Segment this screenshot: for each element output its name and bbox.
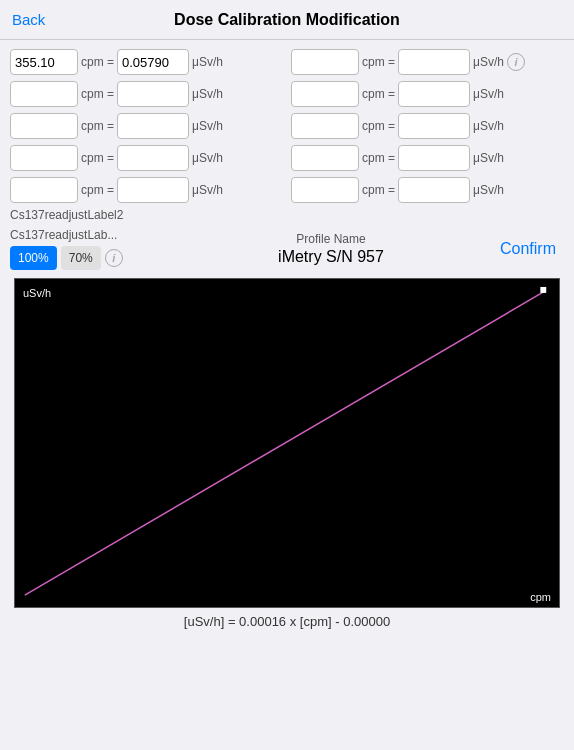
input-row-0-right: cpm = μSv/h i [291,48,564,76]
cpm-input-3-left[interactable] [10,145,78,171]
cpm-label-4-right: cpm = [362,183,395,197]
input-row-4-right: cpm = μSv/h [291,176,564,204]
input-grid: cpm = μSv/h cpm = μSv/h i cpm = μSv/h cp… [10,48,564,204]
cpm-input-1-left[interactable] [10,81,78,107]
usv-unit-0-left: μSv/h [192,55,223,69]
input-row-3-left: cpm = μSv/h [10,144,283,172]
profile-name-value: iMetry S/N 957 [170,248,492,266]
usv-unit-3-right: μSv/h [473,151,504,165]
info-icon-2[interactable]: i [105,249,123,267]
main-content: cpm = μSv/h cpm = μSv/h i cpm = μSv/h cp… [0,40,574,629]
usv-unit-2-left: μSv/h [192,119,223,133]
profile-name-label: Profile Name [170,232,492,246]
cpm-label-1-right: cpm = [362,87,395,101]
svg-rect-1 [540,287,546,293]
formula-text: [uSv/h] = 0.00016 x [cpm] - 0.00000 [10,614,564,629]
usv-unit-1-right: μSv/h [473,87,504,101]
usv-unit-2-right: μSv/h [473,119,504,133]
cpm-input-4-right[interactable] [291,177,359,203]
info-icon[interactable]: i [507,53,525,71]
input-row-2-left: cpm = μSv/h [10,112,283,140]
cpm-label-0-left: cpm = [81,55,114,69]
cpm-input-0-left[interactable] [10,49,78,75]
cpm-label-3-left: cpm = [81,151,114,165]
usv-unit-3-left: μSv/h [192,151,223,165]
cpm-input-3-right[interactable] [291,145,359,171]
usv-input-1-left[interactable] [117,81,189,107]
chart-y-label: uSv/h [23,287,51,299]
cpm-label-2-left: cpm = [81,119,114,133]
toggle-group: 100% 70% i [10,246,170,270]
confirm-button[interactable]: Confirm [492,240,564,258]
input-row-2-right: cpm = μSv/h [291,112,564,140]
svg-line-0 [25,291,545,595]
profile-left: Cs137readjustLab... 100% 70% i [10,228,170,270]
chart-container: uSv/h cpm [14,278,560,608]
cpm-input-0-right[interactable] [291,49,359,75]
usv-input-0-right[interactable] [398,49,470,75]
page-title: Dose Calibration Modification [174,11,400,29]
usv-input-0-left[interactable] [117,49,189,75]
cpm-input-1-right[interactable] [291,81,359,107]
usv-input-3-right[interactable] [398,145,470,171]
usv-input-3-left[interactable] [117,145,189,171]
usv-unit-4-left: μSv/h [192,183,223,197]
usv-unit-4-right: μSv/h [473,183,504,197]
usv-unit-1-left: μSv/h [192,87,223,101]
input-row-1-right: cpm = μSv/h [291,80,564,108]
input-row-1-left: cpm = μSv/h [10,80,283,108]
cpm-label-1-left: cpm = [81,87,114,101]
input-row-3-right: cpm = μSv/h [291,144,564,172]
cpm-label-4-left: cpm = [81,183,114,197]
input-row-4-left: cpm = μSv/h [10,176,283,204]
usv-input-2-right[interactable] [398,113,470,139]
toggle-70-button[interactable]: 70% [61,246,101,270]
readjust-label-short: Cs137readjustLab... [10,228,170,242]
input-row-0-left: cpm = μSv/h [10,48,283,76]
back-button[interactable]: Back [12,11,45,28]
chart-x-label: cpm [530,591,551,603]
usv-input-1-right[interactable] [398,81,470,107]
cpm-input-2-right[interactable] [291,113,359,139]
cpm-input-2-left[interactable] [10,113,78,139]
toggle-100-button[interactable]: 100% [10,246,57,270]
usv-unit-0-right: μSv/h [473,55,504,69]
chart-svg [15,279,559,607]
usv-input-4-right[interactable] [398,177,470,203]
profile-center: Profile Name iMetry S/N 957 [170,232,492,266]
page-header: Back Dose Calibration Modification [0,0,574,40]
cpm-label-0-right: cpm = [362,55,395,69]
readjust-label2: Cs137readjustLabel2 [10,208,564,222]
cpm-input-4-left[interactable] [10,177,78,203]
cpm-label-2-right: cpm = [362,119,395,133]
cpm-label-3-right: cpm = [362,151,395,165]
usv-input-4-left[interactable] [117,177,189,203]
profile-section: Cs137readjustLab... 100% 70% i Profile N… [10,228,564,270]
usv-input-2-left[interactable] [117,113,189,139]
